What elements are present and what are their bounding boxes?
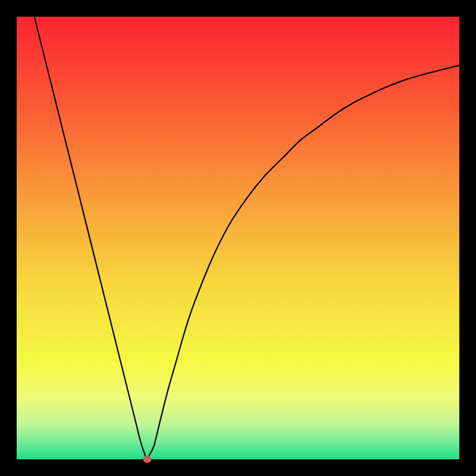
optimum-marker bbox=[143, 456, 151, 463]
bottleneck-chart bbox=[0, 0, 476, 476]
chart-container: TheBottleneck.com bbox=[0, 0, 476, 476]
plot-area bbox=[17, 17, 459, 459]
